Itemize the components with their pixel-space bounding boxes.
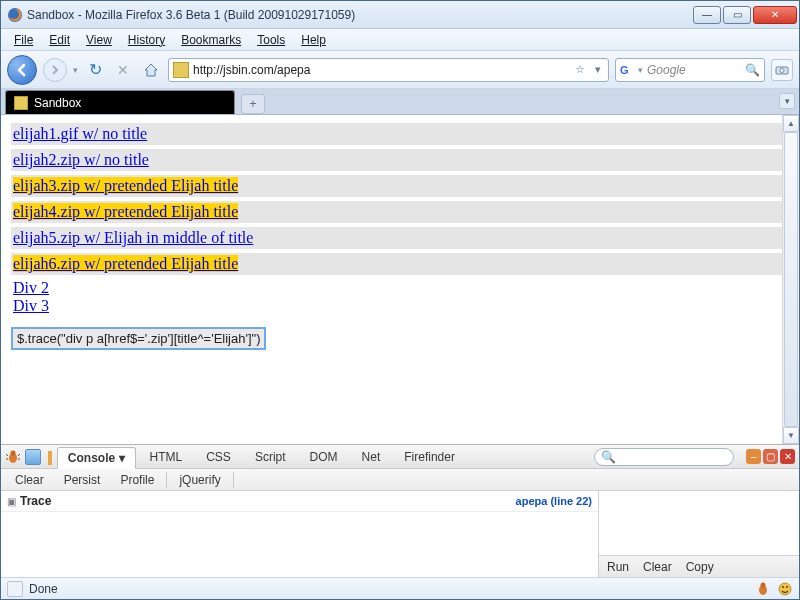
firebug-persist[interactable]: Persist xyxy=(56,471,109,489)
div-row: Div 2 xyxy=(11,279,789,297)
window-minimize-button[interactable]: — xyxy=(693,6,721,24)
statusbar-firebug-icon[interactable] xyxy=(755,581,771,597)
status-text: Done xyxy=(29,582,58,596)
firebug-jquerify[interactable]: jQuerify xyxy=(171,471,228,489)
search-go-icon[interactable]: 🔍 xyxy=(745,63,760,77)
scroll-up-button[interactable]: ▲ xyxy=(783,115,799,132)
tab-active[interactable]: Sandbox xyxy=(5,90,235,114)
firebug-command-actions: Run Clear Copy xyxy=(599,555,799,577)
firebug-tab-firefinder[interactable]: Firefinder xyxy=(394,447,465,467)
tab-list-dropdown[interactable]: ▾ xyxy=(779,93,795,109)
svg-line-8 xyxy=(18,454,20,456)
scroll-down-button[interactable]: ▼ xyxy=(783,427,799,444)
disclosure-icon[interactable]: ▣ xyxy=(7,496,16,507)
menu-tools[interactable]: Tools xyxy=(250,31,292,49)
firebug-search[interactable]: 🔍 xyxy=(594,448,734,466)
menu-file[interactable]: File xyxy=(7,31,40,49)
page-link[interactable]: elijah6.zip w/ pretended Elijah title xyxy=(13,255,238,272)
page-link[interactable]: elijah3.zip w/ pretended Elijah title xyxy=(13,177,238,194)
console-row[interactable]: ▣ Trace apepa (line 22) xyxy=(1,491,598,512)
firebug-popup-button[interactable]: ▢ xyxy=(763,449,778,464)
menu-view[interactable]: View xyxy=(79,31,119,49)
bookmark-star-icon[interactable]: ☆ xyxy=(572,63,588,76)
search-bar[interactable]: G ▾ Google 🔍 xyxy=(615,58,765,82)
div-row: Div 3 xyxy=(11,297,789,315)
vertical-scrollbar[interactable]: ▲ ▼ xyxy=(782,115,799,444)
firebug-icon[interactable] xyxy=(5,449,21,465)
scroll-track[interactable] xyxy=(783,132,799,427)
firebug-clear2[interactable]: Clear xyxy=(643,560,672,574)
site-favicon-icon xyxy=(173,62,189,78)
svg-point-12 xyxy=(761,582,766,587)
link-row: elijah1.gif w/ no title xyxy=(11,123,789,145)
back-button[interactable] xyxy=(7,55,37,85)
div-link[interactable]: Div 3 xyxy=(13,297,49,314)
firebug-copy[interactable]: Copy xyxy=(686,560,714,574)
tab-bar: Sandbox + ▾ xyxy=(1,89,799,115)
page-link[interactable]: elijah2.zip w/ no title xyxy=(13,151,149,168)
firebug-profile[interactable]: Profile xyxy=(112,471,162,489)
firebug-clear[interactable]: Clear xyxy=(7,471,52,489)
window-titlebar: Sandbox - Mozilla Firefox 3.6 Beta 1 (Bu… xyxy=(1,1,799,29)
search-placeholder: Google xyxy=(647,63,741,77)
home-button[interactable] xyxy=(140,59,162,81)
menu-bookmarks[interactable]: Bookmarks xyxy=(174,31,248,49)
menu-edit[interactable]: Edit xyxy=(42,31,77,49)
tab-favicon-icon xyxy=(14,96,28,110)
svg-point-4 xyxy=(780,68,784,72)
link-row: elijah4.zip w/ pretended Elijah title xyxy=(11,201,789,223)
scroll-thumb[interactable] xyxy=(784,132,798,427)
page-link[interactable]: elijah5.zip w/ Elijah in middle of title xyxy=(13,229,253,246)
firebug-tab-net[interactable]: Net xyxy=(352,447,391,467)
svg-line-7 xyxy=(6,454,8,456)
firebug-minimize-button[interactable]: – xyxy=(746,449,761,464)
inspect-button[interactable] xyxy=(25,449,41,465)
navigation-toolbar: ▾ ↻ ✕ http://jsbin.com/apepa ☆ ▾ G ▾ Goo… xyxy=(1,51,799,89)
new-tab-button[interactable]: + xyxy=(241,94,265,114)
firebug-tab-console[interactable]: Console ▾ xyxy=(57,447,136,469)
svg-point-6 xyxy=(11,450,16,455)
stop-button[interactable]: ✕ xyxy=(112,59,134,81)
url-bar[interactable]: http://jsbin.com/apepa ☆ ▾ xyxy=(168,58,609,82)
tab-title: Sandbox xyxy=(34,96,81,110)
firebug-console-output[interactable]: ▣ Trace apepa (line 22) xyxy=(1,491,599,577)
page-content: elijah1.gif w/ no titleelijah2.zip w/ no… xyxy=(1,115,799,354)
camera-icon xyxy=(775,65,789,75)
search-engine-dropdown-icon[interactable]: ▾ xyxy=(638,65,643,75)
status-bar: Done xyxy=(1,577,799,599)
console-label: Trace xyxy=(20,494,51,508)
google-icon: G xyxy=(620,63,634,77)
pause-icon[interactable]: || xyxy=(45,449,53,465)
firebug-tab-script[interactable]: Script xyxy=(245,447,296,467)
trace-box[interactable]: $.trace("div p a[href$='.zip'][title^='E… xyxy=(11,327,266,350)
page-link[interactable]: elijah1.gif w/ no title xyxy=(13,125,147,142)
statusbar-yslow-icon[interactable] xyxy=(777,581,793,597)
firebug-run[interactable]: Run xyxy=(607,560,629,574)
statusbar-grip-icon[interactable] xyxy=(7,581,23,597)
firebug-toolbar: || Console ▾ HTML CSS Script DOM Net Fir… xyxy=(1,445,799,469)
forward-button[interactable] xyxy=(43,58,67,82)
screenshot-button[interactable] xyxy=(771,59,793,81)
firebug-panel: || Console ▾ HTML CSS Script DOM Net Fir… xyxy=(1,444,799,577)
console-source-link[interactable]: apepa (line 22) xyxy=(516,495,592,507)
firebug-close-button[interactable]: ✕ xyxy=(780,449,795,464)
link-row: elijah3.zip w/ pretended Elijah title xyxy=(11,175,789,197)
window-close-button[interactable]: ✕ xyxy=(753,6,797,24)
link-row: elijah5.zip w/ Elijah in middle of title xyxy=(11,227,789,249)
firebug-tab-dom[interactable]: DOM xyxy=(300,447,348,467)
div-link[interactable]: Div 2 xyxy=(13,279,49,296)
svg-point-13 xyxy=(779,583,791,595)
window-maximize-button[interactable]: ▭ xyxy=(723,6,751,24)
url-text[interactable]: http://jsbin.com/apepa xyxy=(193,63,568,77)
reload-button[interactable]: ↻ xyxy=(84,59,106,81)
firebug-tab-html[interactable]: HTML xyxy=(140,447,193,467)
history-dropdown-icon[interactable]: ▾ xyxy=(73,65,78,75)
menu-help[interactable]: Help xyxy=(294,31,333,49)
back-arrow-icon xyxy=(15,63,29,77)
firebug-command-editor[interactable] xyxy=(599,491,799,555)
url-dropdown-icon[interactable]: ▾ xyxy=(592,63,604,76)
svg-text:G: G xyxy=(620,64,629,76)
firebug-tab-css[interactable]: CSS xyxy=(196,447,241,467)
page-link[interactable]: elijah4.zip w/ pretended Elijah title xyxy=(13,203,238,220)
menu-history[interactable]: History xyxy=(121,31,172,49)
